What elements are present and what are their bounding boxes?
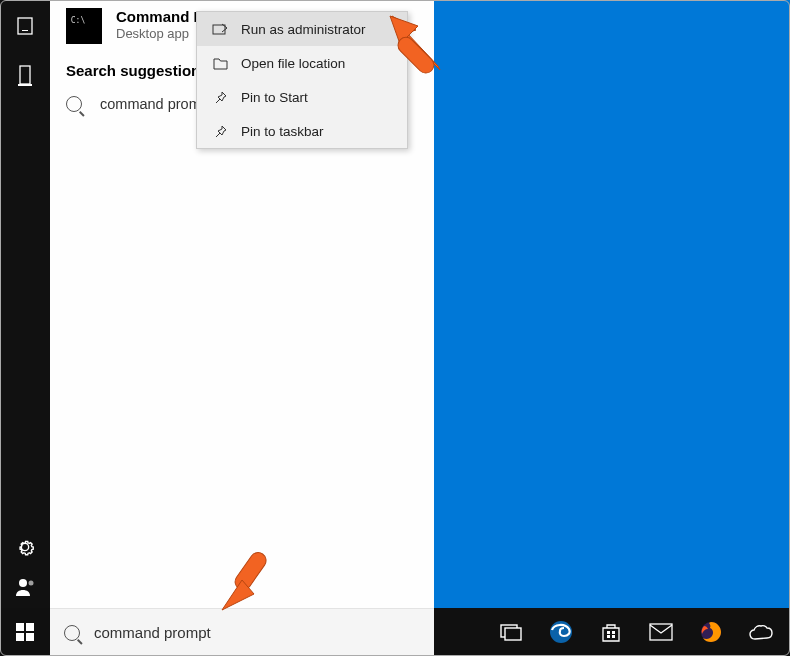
svg-point-10 — [19, 579, 27, 587]
search-input[interactable] — [94, 624, 420, 641]
mail-icon[interactable] — [638, 608, 684, 656]
svg-rect-13 — [16, 623, 24, 631]
task-view-icon[interactable] — [488, 608, 534, 656]
start-rail — [0, 0, 50, 608]
menu-item-label: Open file location — [241, 56, 345, 71]
menu-open-file-location[interactable]: Open file location — [197, 46, 407, 80]
menu-pin-to-start[interactable]: Pin to Start — [197, 80, 407, 114]
pin-icon — [211, 89, 229, 105]
menu-run-as-admin[interactable]: Run as administrator — [197, 12, 407, 46]
search-box[interactable] — [50, 608, 434, 656]
svg-rect-14 — [26, 623, 34, 631]
svg-rect-22 — [607, 635, 610, 638]
svg-rect-18 — [505, 628, 521, 640]
svg-rect-8 — [20, 66, 30, 84]
edge-browser-icon[interactable] — [538, 608, 584, 656]
context-menu: Run as administrator Open file location … — [196, 11, 408, 149]
svg-rect-21 — [612, 631, 615, 634]
rail-icon-2[interactable] — [14, 65, 36, 87]
svg-rect-16 — [26, 633, 34, 641]
search-icon — [66, 96, 82, 112]
menu-item-label: Run as administrator — [241, 22, 366, 37]
svg-rect-24 — [650, 624, 672, 640]
command-prompt-icon — [66, 8, 102, 44]
folder-icon — [211, 55, 229, 71]
pin-icon — [211, 123, 229, 139]
menu-pin-to-taskbar[interactable]: Pin to taskbar — [197, 114, 407, 148]
svg-rect-7 — [22, 30, 28, 31]
rail-icon-1[interactable] — [14, 15, 36, 37]
svg-rect-20 — [607, 631, 610, 634]
settings-icon[interactable] — [14, 536, 36, 558]
onedrive-icon[interactable] — [738, 608, 784, 656]
svg-point-11 — [29, 581, 34, 586]
svg-rect-9 — [18, 84, 32, 86]
admin-shield-icon — [211, 21, 229, 37]
firefox-icon[interactable] — [688, 608, 734, 656]
svg-rect-12 — [213, 25, 225, 34]
menu-item-label: Pin to Start — [241, 90, 308, 105]
store-icon[interactable] — [588, 608, 634, 656]
search-icon — [64, 625, 80, 641]
start-button[interactable] — [0, 608, 50, 656]
svg-rect-15 — [16, 633, 24, 641]
svg-rect-6 — [18, 18, 32, 34]
user-icon[interactable] — [14, 576, 36, 598]
svg-rect-23 — [612, 635, 615, 638]
menu-item-label: Pin to taskbar — [241, 124, 324, 139]
